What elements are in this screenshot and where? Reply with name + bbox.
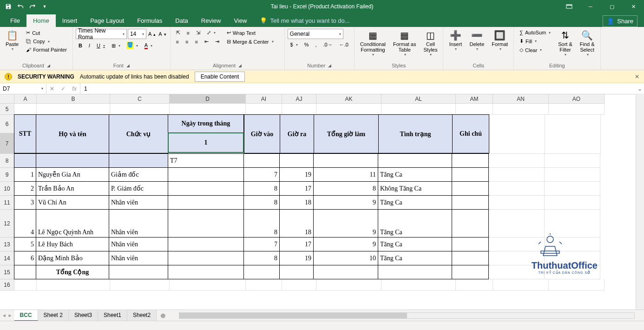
delete-button[interactable]: ➖Delete▾ (467, 29, 487, 52)
cell-name[interactable]: Trần Bảo An (36, 181, 109, 196)
tab-view[interactable]: View (227, 14, 253, 27)
cell-role[interactable]: P. Giám đốc (109, 181, 168, 196)
grow-font-button[interactable]: A▴ (147, 30, 157, 38)
row-header-11[interactable]: 11 (0, 196, 14, 210)
percent-button[interactable]: % (302, 41, 312, 48)
cell[interactable] (452, 181, 489, 196)
cell-stt[interactable]: 6 (14, 251, 36, 265)
cell[interactable] (37, 279, 110, 290)
col-header-B[interactable]: B (37, 94, 110, 104)
th-stt[interactable]: STT (14, 114, 36, 153)
orientation-button[interactable]: ⤢▾ (204, 29, 218, 37)
close-button[interactable]: ✕ (623, 0, 644, 13)
th-total[interactable]: Tổng giờ làm (314, 114, 379, 153)
cell-out[interactable]: 19 (279, 167, 314, 182)
cell[interactable] (282, 279, 316, 290)
align-middle-button[interactable]: ≡ (184, 29, 192, 37)
expand-formula-bar-button[interactable]: ⌄ (636, 86, 644, 92)
undo-icon[interactable] (15, 1, 26, 12)
align-top-button[interactable]: ⇱ (173, 29, 183, 37)
tab-formulas[interactable]: Formulas (131, 14, 169, 27)
cut-button[interactable]: ✂Cut (23, 29, 70, 37)
cell-t7[interactable]: T7 (168, 153, 244, 168)
cell-name[interactable]: Lê Ngọc Quỳnh Anh (36, 209, 109, 238)
cell-stt[interactable]: 2 (14, 181, 36, 196)
tab-insert[interactable]: Insert (56, 14, 84, 27)
format-painter-button[interactable]: 🖌Format Painter (23, 46, 70, 53)
decrease-decimal-button[interactable]: ←.0 (336, 41, 351, 48)
col-header-AK[interactable]: AK (316, 94, 381, 104)
cell[interactable] (168, 181, 244, 196)
format-button[interactable]: 🔲Format▾ (489, 29, 511, 52)
row-header-6[interactable]: 6 (0, 115, 14, 133)
cell-out[interactable]: 19 (279, 251, 314, 265)
th-note[interactable]: Ghi chú (452, 114, 489, 153)
cell-stt[interactable]: 4 (14, 209, 36, 238)
clipboard-launcher[interactable]: ◢ (47, 63, 50, 68)
ribbon-options-icon[interactable] (559, 0, 580, 13)
cell[interactable] (14, 279, 37, 290)
cell-role[interactable]: Nhân viên (109, 251, 168, 265)
cell-total[interactable]: 8 (313, 181, 378, 196)
col-header-AL[interactable]: AL (381, 94, 456, 104)
row-header-13[interactable]: 13 (0, 238, 14, 251)
number-format-select[interactable]: General▾ (288, 29, 343, 39)
align-left-button[interactable]: ≡ (173, 38, 182, 46)
sheet-tab[interactable]: Sheet1 (98, 310, 127, 321)
cell-status[interactable]: Tăng Ca (378, 251, 452, 265)
cell[interactable] (168, 265, 244, 279)
cell[interactable] (452, 167, 489, 182)
cell[interactable] (489, 196, 545, 210)
comma-button[interactable]: , (312, 41, 319, 48)
italic-button[interactable]: I (86, 42, 93, 49)
cell[interactable] (246, 104, 282, 115)
cell[interactable] (452, 237, 489, 251)
col-header-C[interactable]: C (110, 94, 170, 104)
cell[interactable] (378, 153, 452, 168)
cell[interactable] (381, 104, 456, 115)
cell[interactable] (168, 209, 244, 238)
cell[interactable] (489, 115, 545, 154)
th-in[interactable]: Giờ vào (244, 114, 280, 153)
share-button[interactable]: 👤Share (603, 15, 637, 27)
cell-name[interactable]: Nguyễn Gia An (36, 167, 109, 182)
cell[interactable] (489, 154, 545, 168)
font-name-select[interactable]: Times New Roma▾ (76, 29, 127, 39)
vertical-scrollbar[interactable] (636, 95, 644, 310)
th-day[interactable]: Ngày trong tháng (168, 114, 244, 133)
cell-out[interactable]: 18 (279, 195, 314, 210)
cell-status[interactable]: Tăng Ca (378, 237, 452, 251)
cell[interactable] (168, 167, 244, 182)
fill-button[interactable]: ⬇Fill▾ (517, 37, 553, 45)
cell[interactable] (109, 153, 168, 168)
format-as-table-button[interactable]: ▦Format as Table▾ (390, 29, 419, 58)
increase-decimal-button[interactable]: .0→ (321, 41, 335, 48)
cell-total-label[interactable]: Tổng Cộng (36, 265, 109, 279)
cell[interactable] (279, 153, 314, 168)
cell-in[interactable]: 8 (243, 209, 280, 238)
cell[interactable] (316, 279, 381, 290)
cell[interactable] (14, 104, 37, 115)
col-header-AI[interactable]: AI (246, 94, 282, 104)
accounting-button[interactable]: $▾ (288, 41, 301, 48)
sheet-tab[interactable]: Sheet2 (127, 310, 157, 321)
sheet-nav[interactable]: ◄ ► (0, 313, 14, 318)
font-launcher[interactable]: ◢ (126, 63, 130, 68)
cell-name[interactable]: Vũ Chí An (36, 195, 109, 210)
row-header-14[interactable]: 14 (0, 251, 14, 265)
cell[interactable] (452, 195, 489, 210)
clear-button[interactable]: ◇Clear▾ (517, 46, 553, 54)
horizontal-scrollbar[interactable] (179, 312, 635, 319)
cell-stt[interactable]: 5 (14, 237, 36, 251)
sheet-tab[interactable]: Sheet3 (69, 310, 98, 321)
shrink-font-button[interactable]: A▾ (158, 30, 167, 38)
sort-filter-button[interactable]: ⇅Sort & Filter▾ (555, 29, 575, 58)
paste-button[interactable]: 📋Paste▾ (3, 29, 21, 52)
minimize-button[interactable]: ─ (580, 0, 601, 13)
cell-total[interactable]: 11 (313, 167, 378, 182)
cell-total[interactable]: 9 (313, 209, 378, 238)
name-box[interactable]: D7▾ (0, 84, 46, 93)
row-header-8[interactable]: 8 (0, 154, 14, 168)
col-header-A[interactable]: A (14, 94, 37, 104)
row-header-12[interactable]: 12 (0, 210, 14, 238)
